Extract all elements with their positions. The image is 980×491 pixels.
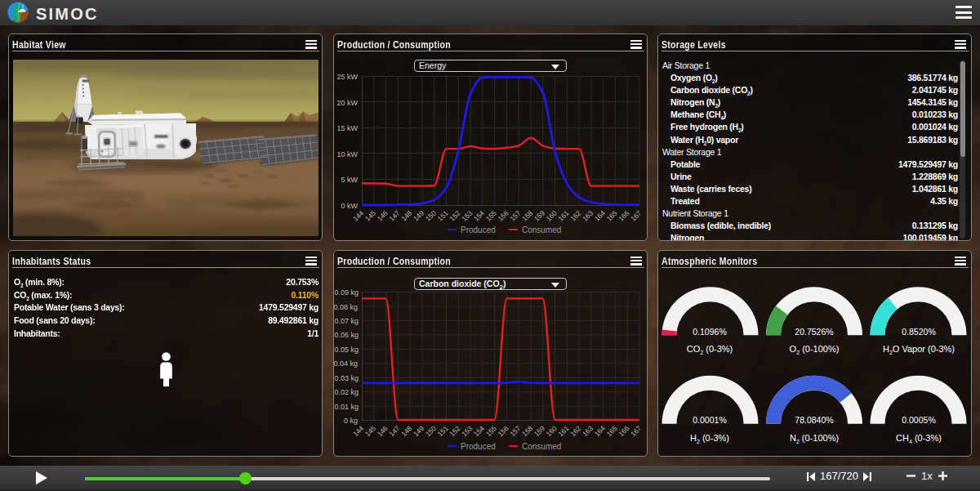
svg-text:147: 147: [387, 424, 401, 438]
svg-text:Produced: Produced: [461, 225, 496, 234]
svg-text:0.02 kg: 0.02 kg: [334, 388, 359, 396]
svg-text:Consumed: Consumed: [522, 225, 561, 234]
svg-text:158: 158: [520, 208, 534, 222]
svg-text:147: 147: [387, 208, 401, 222]
svg-text:157: 157: [508, 424, 522, 438]
svg-text:10 kW: 10 kW: [336, 150, 358, 158]
svg-text:144: 144: [351, 208, 365, 222]
svg-text:159: 159: [532, 424, 546, 438]
svg-text:160: 160: [545, 424, 559, 438]
svg-text:Produced: Produced: [461, 442, 496, 451]
svg-text:156: 156: [497, 424, 510, 438]
svg-text:146: 146: [376, 208, 390, 222]
svg-text:0.06 kg: 0.06 kg: [334, 331, 359, 339]
svg-text:152: 152: [448, 208, 461, 222]
svg-text:153: 153: [460, 424, 474, 438]
svg-text:149: 149: [412, 208, 425, 222]
svg-text:145: 145: [363, 424, 377, 438]
svg-text:144: 144: [351, 424, 365, 438]
svg-text:25 kW: 25 kW: [336, 73, 358, 81]
svg-text:154: 154: [472, 208, 486, 222]
svg-text:149: 149: [412, 424, 425, 438]
svg-text:150: 150: [424, 424, 438, 438]
svg-text:151: 151: [436, 424, 450, 438]
svg-text:0.01 kg: 0.01 kg: [334, 403, 359, 411]
svg-text:163: 163: [581, 424, 595, 438]
svg-text:163: 163: [581, 208, 595, 222]
svg-text:158: 158: [520, 424, 534, 438]
svg-text:154: 154: [472, 424, 486, 438]
svg-text:152: 152: [448, 424, 461, 438]
svg-text:15 kW: 15 kW: [336, 124, 358, 132]
svg-text:162: 162: [568, 424, 582, 438]
svg-text:5 kW: 5 kW: [341, 176, 358, 184]
svg-text:167: 167: [629, 424, 643, 438]
svg-text:161: 161: [556, 208, 570, 222]
svg-text:151: 151: [436, 208, 450, 222]
svg-text:148: 148: [399, 208, 413, 222]
svg-text:165: 165: [605, 424, 619, 438]
svg-text:156: 156: [497, 208, 510, 222]
svg-text:166: 166: [617, 208, 630, 222]
svg-text:157: 157: [508, 208, 522, 222]
svg-text:146: 146: [376, 424, 390, 438]
svg-text:0 kg: 0 kg: [344, 417, 358, 425]
svg-text:0 kW: 0 kW: [341, 202, 358, 210]
svg-text:20 kW: 20 kW: [336, 99, 358, 107]
svg-text:0.07 kg: 0.07 kg: [334, 317, 359, 325]
svg-text:0.09 kg: 0.09 kg: [334, 288, 359, 297]
svg-text:159: 159: [532, 208, 546, 222]
svg-text:155: 155: [484, 424, 498, 438]
svg-text:145: 145: [363, 208, 377, 222]
svg-text:0.04 kg: 0.04 kg: [333, 359, 358, 368]
svg-text:0.03 kg: 0.03 kg: [334, 374, 359, 382]
svg-text:162: 162: [568, 208, 582, 222]
svg-text:167: 167: [629, 208, 643, 222]
svg-text:0.05 kg: 0.05 kg: [334, 346, 359, 354]
svg-text:164: 164: [593, 424, 607, 438]
svg-text:160: 160: [545, 208, 559, 222]
svg-text:155: 155: [484, 208, 498, 222]
svg-text:153: 153: [460, 208, 474, 222]
svg-text:150: 150: [424, 208, 438, 222]
svg-text:0.08 kg: 0.08 kg: [333, 303, 358, 311]
svg-text:164: 164: [593, 208, 607, 222]
svg-text:165: 165: [605, 208, 619, 222]
svg-text:148: 148: [399, 424, 413, 438]
svg-text:166: 166: [617, 424, 630, 438]
svg-text:161: 161: [556, 424, 570, 438]
svg-text:Consumed: Consumed: [522, 442, 561, 451]
